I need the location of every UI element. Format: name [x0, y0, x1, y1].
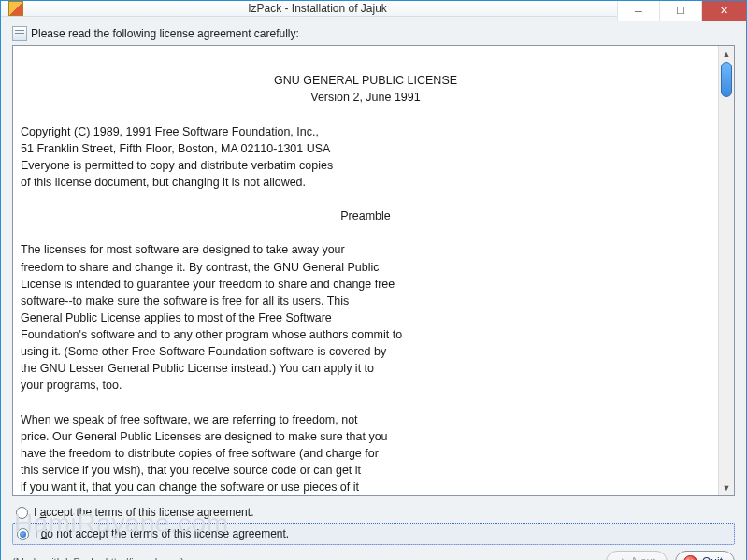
footer-row: (Made with IzPack - http://izpack.org/) … [12, 551, 735, 560]
license-version: Version 2, June 1991 [21, 89, 711, 106]
accept-radio-row[interactable]: I accept the terms of this license agree… [12, 502, 735, 523]
reject-radio-label: I do not accept the terms of this licens… [35, 527, 289, 540]
preamble-p1: The licenses for most software are desig… [21, 243, 402, 392]
scroll-down-button[interactable]: ▼ [719, 480, 734, 495]
window-title: IzPack - Installation of Jajuk [1, 2, 634, 15]
maximize-button[interactable]: ☐ [659, 1, 701, 21]
instruction-text: Please read the following license agreem… [31, 27, 299, 40]
close-button[interactable]: ✕ [701, 1, 746, 21]
license-title: GNU GENERAL PUBLIC LICENSE [21, 72, 711, 89]
quit-button[interactable]: ✕ Quit [675, 551, 735, 560]
next-button: Next [606, 551, 668, 560]
wizard-buttons: Next ✕ Quit [606, 551, 735, 560]
scrollbar-vertical[interactable]: ▲ ▼ [718, 46, 734, 495]
client-area: Please read the following license agreem… [1, 17, 746, 560]
license-radio-group: I accept the terms of this license agree… [12, 502, 735, 545]
preamble-p2: When we speak of free software, we are r… [21, 413, 388, 495]
document-icon [12, 26, 27, 41]
accept-radio[interactable] [16, 507, 28, 519]
window-controls: ─ ☐ ✕ [617, 1, 746, 21]
minimize-button[interactable]: ─ [617, 1, 659, 21]
license-copyright: Copyright (C) 1989, 1991 Free Software F… [21, 125, 333, 189]
app-icon [8, 1, 23, 16]
instruction-row: Please read the following license agreem… [12, 26, 735, 41]
accept-radio-label: I accept the terms of this license agree… [34, 506, 253, 519]
made-with-label: (Made with IzPack - http://izpack.org/) [12, 556, 184, 560]
close-circle-icon: ✕ [683, 555, 697, 560]
next-button-label: Next [632, 555, 655, 560]
titlebar[interactable]: IzPack - Installation of Jajuk ─ ☐ ✕ [1, 1, 746, 17]
arrow-right-icon [614, 555, 627, 560]
scroll-up-button[interactable]: ▲ [719, 46, 734, 62]
license-text[interactable]: GNU GENERAL PUBLIC LICENSEVersion 2, Jun… [13, 46, 718, 495]
license-text-frame: GNU GENERAL PUBLIC LICENSEVersion 2, Jun… [12, 45, 735, 496]
instruction-label: Please read the following license agreem… [31, 27, 299, 40]
reject-radio-row[interactable]: I do not accept the terms of this licens… [12, 523, 735, 545]
quit-button-label: Quit [702, 555, 723, 560]
scroll-thumb[interactable] [721, 62, 732, 97]
preamble-heading: Preamble [21, 208, 711, 224]
reject-radio[interactable] [17, 528, 29, 540]
installer-window: IzPack - Installation of Jajuk ─ ☐ ✕ Ple… [0, 0, 747, 560]
